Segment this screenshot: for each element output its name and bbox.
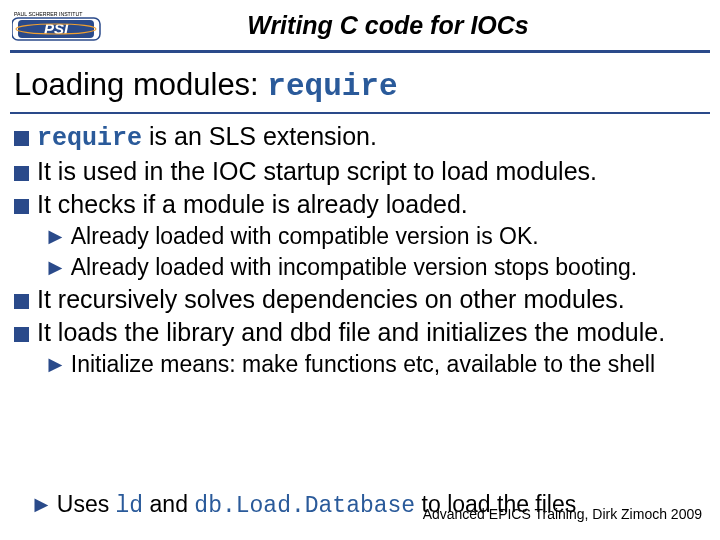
slide-footer: Advanced EPICS Training, Dirk Zimoch 200… [423,506,702,522]
triangle-bullet-icon: ► [44,254,67,280]
header-rule [10,50,710,53]
triangle-bullet-icon: ► [44,223,67,249]
bullet-3-text: It checks if a module is already loaded. [37,190,468,218]
bullet-2-text: It is used in the IOC startup script to … [37,157,597,185]
bullet-3b: ►Already loaded with incompatible versio… [14,252,706,283]
bullet-5b-pre: Uses [57,491,116,517]
bullet-5b-mid: and [143,491,194,517]
triangle-bullet-icon: ► [30,491,53,517]
psi-logo: PAUL SCHERRER INSTITUT PSI [12,8,108,42]
footer-right: Dirk Zimoch 2009 [592,506,702,522]
bullet-4: It recursively solves dependencies on ot… [14,283,706,316]
bullet-3a-text: Already loaded with compatible version i… [71,223,539,249]
bullet-3: It checks if a module is already loaded. [14,188,706,221]
bullet-3a: ►Already loaded with compatible version … [14,221,706,252]
bullet-1-code: require [37,124,142,153]
subtitle-keyword: require [267,69,397,104]
square-bullet-icon [14,166,29,181]
bullet-1-text: is an SLS extension. [142,122,377,150]
subtitle-rule [10,112,710,114]
bullet-2: It is used in the IOC startup script to … [14,155,706,188]
subtitle-prefix: Loading modules: [14,67,267,102]
slide-body: require is an SLS extension. It is used … [0,120,720,380]
bullet-1: require is an SLS extension. [14,120,706,155]
slide-title: Writing C code for IOCs [108,11,708,40]
bullet-5a: ►Initialize means: make functions etc, a… [14,349,706,380]
bullet-5a-text: Initialize means: make functions etc, av… [71,351,655,377]
square-bullet-icon [14,199,29,214]
bullet-3b-text: Already loaded with incompatible version… [71,254,637,280]
footer-left: Advanced EPICS Training, [423,506,589,522]
slide-header: PAUL SCHERRER INSTITUT PSI Writing C cod… [0,0,720,48]
square-bullet-icon [14,131,29,146]
square-bullet-icon [14,327,29,342]
bullet-5: It loads the library and dbd file and in… [14,316,706,349]
triangle-bullet-icon: ► [44,351,67,377]
bullet-4-text: It recursively solves dependencies on ot… [37,285,625,313]
institute-text: PAUL SCHERRER INSTITUT [14,11,83,17]
slide-subtitle: Loading modules: require [0,63,720,112]
bullet-5b-code1: ld [116,493,144,519]
bullet-5-text: It loads the library and dbd file and in… [37,318,665,346]
bullet-5b-code2: db.Load.Database [194,493,415,519]
square-bullet-icon [14,294,29,309]
